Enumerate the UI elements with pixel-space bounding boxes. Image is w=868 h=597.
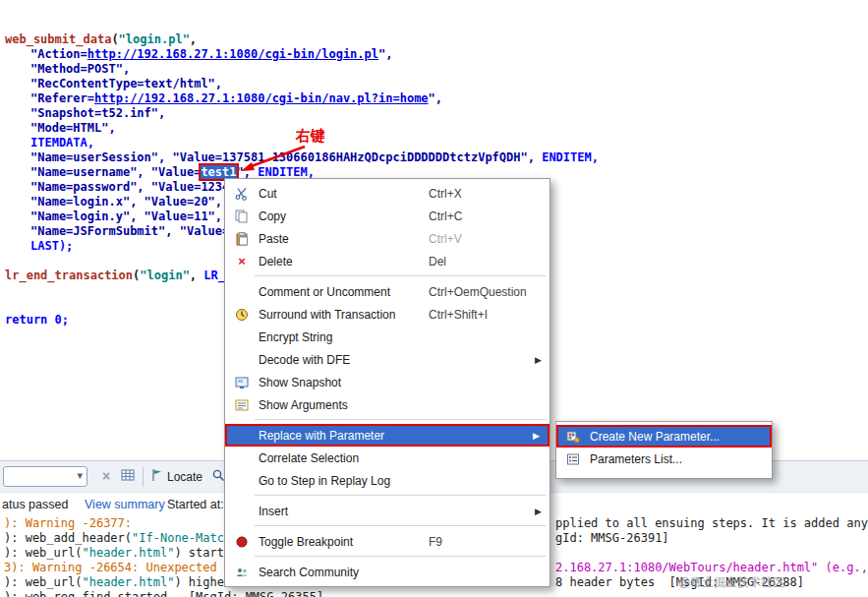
menu-shortcut: F9 <box>429 535 442 549</box>
code-line: "RecContentType=text/html", <box>0 77 868 91</box>
parameter-submenu: Create New Parameter...Parameters List..… <box>555 421 773 479</box>
menu-item-parameters-list[interactable]: Parameters List... <box>556 448 772 470</box>
view-summary-link[interactable]: View summary <box>85 498 165 511</box>
code-segment: "Name=JSFormSubmit", "Value= <box>30 224 229 238</box>
no-icon <box>231 329 253 345</box>
log-left-fragment: 3): Warning -26654: Unexpected H <box>4 561 231 575</box>
code-segment: ", <box>429 91 442 105</box>
log-right-fragment: pplied to all ensuing steps. It is added… <box>555 516 868 531</box>
code-segment: "Referer= <box>30 91 94 105</box>
code-segment: "login" <box>140 269 190 282</box>
code-line: "Action=http://192.168.27.1:1080/cgi-bin… <box>0 47 868 62</box>
arguments-icon <box>231 397 253 413</box>
log-left-fragment: ): Warning -26377: <box>4 516 139 531</box>
filter-dropdown[interactable]: ▾ <box>3 466 87 487</box>
no-icon <box>231 352 253 368</box>
menu-item-toggle-breakpoint[interactable]: Toggle BreakpointF9 <box>225 530 550 553</box>
menu-item-label: Decode with DFE <box>259 353 350 367</box>
menu-item-paste[interactable]: PasteCtrl+V <box>225 227 550 250</box>
code-segment: "Method=POST", <box>30 62 130 76</box>
log-segment: pplied to all ensuing steps. It is added… <box>555 516 868 530</box>
log-segment: "If-None-Matc <box>132 531 224 545</box>
menu-item-replace-with-parameter[interactable]: Replace with Parameter▶ <box>225 424 550 447</box>
log-right-fragment: 2.168.27.1:1080/WebTours/header.html" (e… <box>555 561 868 575</box>
log-segment: ) highes <box>174 575 231 589</box>
menu-shortcut: Ctrl+V <box>429 232 462 246</box>
code-line: "Referer=http://192.168.27.1:1080/cgi-bi… <box>0 91 868 106</box>
menu-item-surround-with-transaction[interactable]: Surround with TransactionCtrl+Shift+I <box>225 303 550 326</box>
code-segment: LAST); <box>30 239 73 253</box>
submenu-arrow-icon: ▶ <box>535 355 542 365</box>
menu-item-insert[interactable]: Insert▶ <box>225 500 550 522</box>
menu-item-decode-with-dfe[interactable]: Decode with DFE▶ <box>225 348 550 371</box>
code-segment: ENDITEM, <box>542 150 599 164</box>
menu-shortcut: Ctrl+Shift+I <box>429 308 488 322</box>
menu-item-label: Search Community <box>259 566 359 579</box>
menu-item-show-arguments[interactable]: Show Arguments <box>225 393 550 416</box>
menu-item-cut[interactable]: CutCtrl+X <box>225 182 550 205</box>
log-segment: ): web_reg_find started [MsgId: MMSG-263… <box>4 590 323 597</box>
code-segment: http://192.168.27.1:1080/cgi-bin/nav.pl?… <box>94 91 429 105</box>
parameters-list-icon <box>562 451 584 467</box>
menu-item-go-to-step-in-replay-log[interactable]: Go to Step in Replay Log <box>225 469 550 492</box>
code-segment: "Name=login.x", "Value=20", <box>30 195 222 209</box>
log-segment: ): web_add_header( <box>4 531 132 545</box>
transaction-clock-icon <box>231 307 253 323</box>
vugen-window: web_submit_data("login.pl","Action=http:… <box>0 0 868 597</box>
new-parameter-icon <box>562 429 584 445</box>
menu-item-label: Show Arguments <box>259 398 348 412</box>
menu-item-label: Insert <box>259 505 288 518</box>
menu-item-label: Show Snapshot <box>259 376 341 389</box>
code-segment: "Mode=HTML", <box>30 121 116 135</box>
toolbar-divider <box>143 467 144 487</box>
menu-item-encrypt-string[interactable]: Encrypt String <box>225 326 550 348</box>
chevron-down-icon: ▾ <box>77 469 83 482</box>
selected-parameter-value[interactable]: test1 <box>201 165 236 179</box>
log-left-fragment: ): web_add_header("If-None-Matc <box>4 531 224 546</box>
log-segment: "header.html" <box>82 575 174 589</box>
code-segment: "login.pl" <box>119 32 190 46</box>
code-segment: lr_end_transaction <box>5 269 133 282</box>
menu-item-correlate-selection[interactable]: Correlate Selection <box>225 447 550 469</box>
code-line: "Name=userSession", "Value=137581.130660… <box>0 150 868 165</box>
menu-item-comment-or-uncomment[interactable]: Comment or UncommentCtrl+OemQuestion <box>225 280 550 303</box>
code-line: "Snapshot=t52.inf", <box>0 106 868 121</box>
menu-shortcut: Ctrl+OemQuestion <box>429 285 527 299</box>
log-segment: 2.168.27.1:1080/WebTours/header.html" (e… <box>555 561 868 574</box>
status-text: atus passed <box>2 498 68 511</box>
menu-item-label: Comment or Uncomment <box>259 285 390 299</box>
submenu-arrow-icon: ▶ <box>533 431 540 441</box>
log-segment: ): Warning -26377: <box>4 516 139 530</box>
menu-item-label: Parameters List... <box>590 452 682 466</box>
menu-separator <box>255 275 546 276</box>
annotation-arrow-icon <box>234 142 313 175</box>
locate-button[interactable]: Locate <box>167 470 203 484</box>
menu-shortcut: Del <box>429 255 446 269</box>
grid-icon[interactable] <box>120 468 136 484</box>
log-segment: ): web_url( <box>4 546 82 560</box>
log-left-fragment: ): web_url("header.html") highes <box>4 575 231 590</box>
menu-item-search-community[interactable]: Search Community <box>225 561 550 583</box>
code-segment: , <box>190 269 203 282</box>
log-segment: ) starte <box>174 546 231 560</box>
code-segment: "Name=username", "Value= <box>30 165 201 179</box>
menu-item-copy[interactable]: CopyCtrl+C <box>225 205 550 227</box>
log-segment: "header.html" <box>82 546 174 560</box>
menu-item-label: Go to Step in Replay Log <box>259 474 390 488</box>
log-segment: 3): Warning -26654: Unexpected H <box>4 561 231 574</box>
copy-icon <box>231 209 253 224</box>
code-line: "Mode=HTML", <box>0 121 868 136</box>
code-segment: "RecContentType=text/html", <box>30 77 222 90</box>
code-segment: "Name=password", "Value=1234 <box>30 180 229 194</box>
close-icon[interactable]: × <box>98 468 114 484</box>
menu-item-delete[interactable]: ×DeleteDel <box>225 250 550 272</box>
menu-item-create-new-parameter[interactable]: Create New Parameter... <box>556 425 772 448</box>
code-segment: "Action= <box>30 47 87 61</box>
menu-item-label: Encrypt String <box>259 330 332 344</box>
menu-item-label: Surround with Transaction <box>259 308 395 322</box>
menu-item-show-snapshot[interactable]: Show Snapshot <box>225 371 550 393</box>
no-icon <box>231 428 253 444</box>
code-line: "Method=POST", <box>0 62 868 77</box>
menu-item-label: Create New Parameter... <box>590 430 720 444</box>
menu-separator <box>255 525 546 526</box>
